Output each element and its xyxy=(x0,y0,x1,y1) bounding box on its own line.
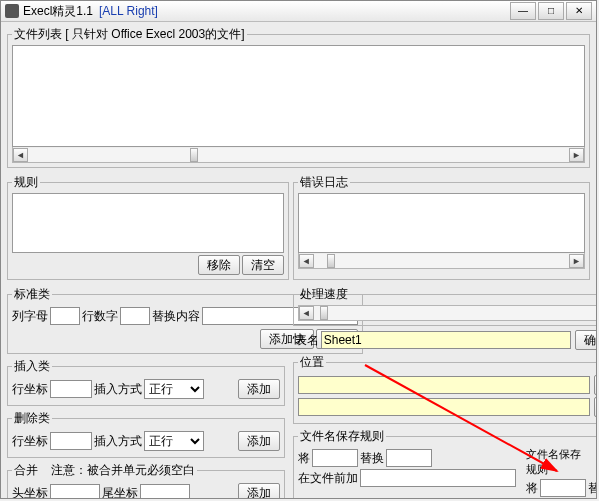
save-dir-input[interactable] xyxy=(298,398,590,416)
sheet-ok-button[interactable]: 确定 xyxy=(575,330,597,350)
insert-mode-label: 插入方式 xyxy=(94,381,142,398)
delete-legend: 删除类 xyxy=(12,410,52,427)
delete-group: 删除类 行坐标 插入方式 正行 添加 xyxy=(7,410,285,458)
rules-clear-button[interactable]: 清空 xyxy=(242,255,284,275)
delete-add-button[interactable]: 添加 xyxy=(238,431,280,451)
filerule-legend: 文件名保存规则 xyxy=(300,429,384,443)
speed-group: 处理速度 ◄ ► xyxy=(293,286,597,326)
filelist-group: 文件列表 [ 只针对 Office Execl 2003的文件] ◄ ► xyxy=(7,26,590,168)
app-icon xyxy=(5,4,19,18)
maximize-button[interactable]: □ xyxy=(538,2,564,20)
merge-tail-input[interactable] xyxy=(140,484,190,499)
row-number-input[interactable] xyxy=(120,307,150,325)
filelist-scrollbar[interactable]: ◄ ► xyxy=(12,147,585,163)
filerule-from-input[interactable] xyxy=(312,449,358,467)
merge-group: 合并 注意：被合并单元必须空白 头坐标 尾坐标 添加 例如 xyxy=(7,462,285,499)
app-title: Execl精灵1.1 xyxy=(23,3,93,20)
errors-scrollbar[interactable]: ◄ ► xyxy=(298,253,585,269)
delete-row-label: 行坐标 xyxy=(12,433,48,450)
scroll-left-icon[interactable]: ◄ xyxy=(299,306,314,320)
open-dir-input[interactable] xyxy=(298,376,590,394)
errors-group: 错误日志 ◄ ► xyxy=(293,174,590,280)
merge-head-input[interactable] xyxy=(50,484,100,499)
merge-head-label: 头坐标 xyxy=(12,485,48,500)
filelist-box[interactable] xyxy=(12,45,585,147)
standard-legend: 标准类 xyxy=(12,286,52,303)
insert-legend: 插入类 xyxy=(12,358,52,375)
insert-mode-select[interactable]: 正行 xyxy=(144,379,204,399)
scroll-right-icon[interactable]: ► xyxy=(569,148,584,162)
filerule-from2-input[interactable] xyxy=(540,479,586,497)
insert-add-button[interactable]: 添加 xyxy=(238,379,280,399)
open-dir-button[interactable]: 打开目录 xyxy=(594,375,597,395)
delete-mode-label: 插入方式 xyxy=(94,433,142,450)
row-number-label: 行数字 xyxy=(82,308,118,325)
rules-remove-button[interactable]: 移除 xyxy=(198,255,240,275)
replace-label: 替换内容 xyxy=(152,308,200,325)
location-legend: 位置 xyxy=(298,354,326,371)
merge-note: 注意：被合并单元必须空白 xyxy=(51,463,195,477)
col-letter-label: 列字母 xyxy=(12,308,48,325)
filerule-prefix: 将 xyxy=(298,450,310,467)
merge-legend: 合并 xyxy=(14,463,38,477)
insert-group: 插入类 行坐标 插入方式 正行 添加 xyxy=(7,358,285,406)
save-dir-button[interactable]: 保存目录 xyxy=(594,397,597,417)
filerule-legend2: 文件名保存规则 xyxy=(526,447,590,477)
scroll-left-icon[interactable]: ◄ xyxy=(13,148,28,162)
filerule-replace: 替换 xyxy=(360,450,384,467)
minimize-button[interactable]: — xyxy=(510,2,536,20)
sheet-input[interactable] xyxy=(321,331,571,349)
col-letter-input[interactable] xyxy=(50,307,80,325)
speed-thumb[interactable] xyxy=(320,306,328,320)
location-group: 位置 打开目录 保存目录 xyxy=(293,354,597,424)
rules-group: 规则 移除 清空 xyxy=(7,174,289,280)
addprefix-label: 在文件前加 xyxy=(298,470,358,487)
filerule-group: 文件名保存规则 将 替换 在文件前加 xyxy=(293,428,597,499)
sheet-label: 表名 xyxy=(295,332,319,349)
merge-add-button[interactable]: 添加 xyxy=(238,483,280,499)
rules-list[interactable] xyxy=(12,193,284,253)
scroll-thumb[interactable] xyxy=(190,148,198,162)
filerule-to-input[interactable] xyxy=(386,449,432,467)
delete-row-input[interactable] xyxy=(50,432,92,450)
scroll-left-icon[interactable]: ◄ xyxy=(299,254,314,268)
insert-row-label: 行坐标 xyxy=(12,381,48,398)
title-extra: [ALL Right] xyxy=(99,4,158,18)
scroll-thumb[interactable] xyxy=(327,254,335,268)
merge-tail-label: 尾坐标 xyxy=(102,485,138,500)
close-button[interactable]: ✕ xyxy=(566,2,592,20)
errors-list[interactable] xyxy=(298,193,585,253)
pathnote: 路径前不能含有 xyxy=(596,447,597,477)
insert-row-input[interactable] xyxy=(50,380,92,398)
scroll-right-icon[interactable]: ► xyxy=(569,254,584,268)
filelist-legend: 文件列表 [ 只针对 Office Execl 2003的文件] xyxy=(12,26,247,43)
titlebar: Execl精灵1.1 [ALL Right] — □ ✕ xyxy=(1,1,596,22)
filerule-prefix2: 将 xyxy=(526,480,538,497)
addprefix-input[interactable] xyxy=(360,469,516,487)
delete-mode-select[interactable]: 正行 xyxy=(144,431,204,451)
speed-legend: 处理速度 xyxy=(298,286,350,303)
rules-legend: 规则 xyxy=(12,174,40,191)
filerule-replace2: 替换 xyxy=(588,480,597,497)
errors-legend: 错误日志 xyxy=(298,174,350,191)
